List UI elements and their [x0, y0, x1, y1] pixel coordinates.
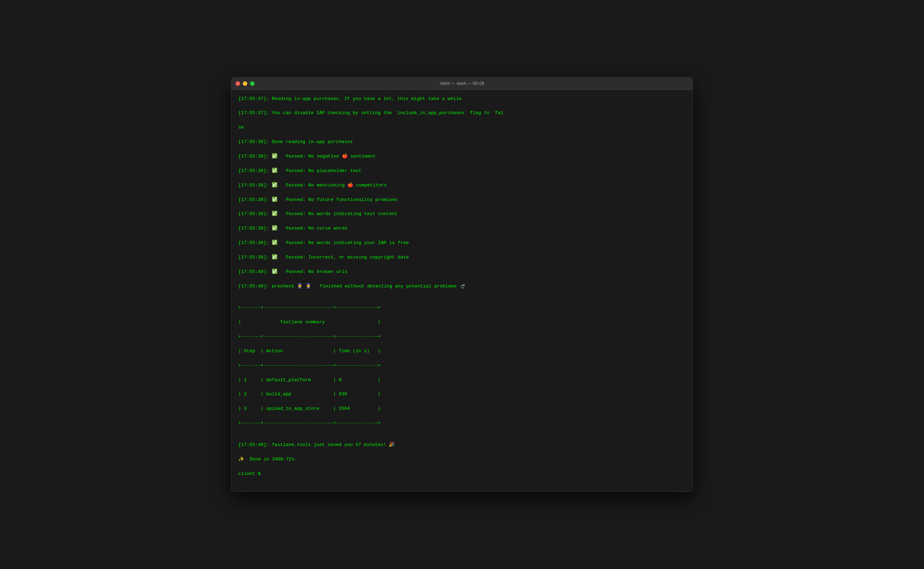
- terminal-line: +-------+-------------------------+-----…: [238, 333, 686, 341]
- terminal-line: | 2 | build_app | 838 |: [238, 391, 686, 398]
- terminal-line: | fastlane summary |: [238, 319, 686, 326]
- terminal-line: client $: [238, 470, 686, 478]
- terminal-line: | 1 | default_platform | 0 |: [238, 377, 686, 384]
- minimize-button[interactable]: [243, 81, 247, 86]
- terminal-line: [17:55:40]: ✅ Passed: No broken urls: [238, 268, 686, 276]
- terminal-line: [17:55:38]: ✅ Passed: No future function…: [238, 196, 686, 204]
- terminal-line: [17:55:38]: ✅ Passed: No mentioning 🍎 co…: [238, 182, 686, 189]
- titlebar: client — -bash — 95×28: [231, 78, 693, 90]
- traffic-lights: [235, 81, 255, 86]
- terminal-line: [17:55:38]: ✅ Passed: No curse words: [238, 225, 686, 232]
- terminal-line: [17:55:38]: ✅ Passed: No negative 🍎 sent…: [238, 153, 686, 160]
- close-button[interactable]: [235, 81, 240, 86]
- terminal-line: [17:55:38]: ✅ Passed: No words indicatin…: [238, 211, 686, 218]
- terminal-window: client — -bash — 95×28 [17:55:37]: Readi…: [231, 77, 693, 492]
- terminal-line: | Step | Action | Time (in s) |: [238, 348, 686, 355]
- window-title: client — -bash — 95×28: [440, 81, 484, 86]
- terminal-line: se`: [238, 124, 686, 131]
- terminal-line: [17:55:38]: ✅ Passed: Incorrect, or miss…: [238, 254, 686, 261]
- terminal-line: [17:55:40]: precheck 👮 👮 finished withou…: [238, 283, 686, 290]
- terminal-line: [17:55:38]: ✅ Passed: No words indicatin…: [238, 239, 686, 247]
- terminal-line: [17:55:40]: fastlane.tools just saved yo…: [238, 441, 686, 449]
- terminal-line: ✨ Done in 3408.72s.: [238, 456, 686, 463]
- terminal-line: +-------+-------------------------+-----…: [238, 362, 686, 370]
- terminal-line: | 3 | upload_to_app_store | 2564 |: [238, 405, 686, 412]
- terminal-line: [17:55:37]: You can disable IAP checking…: [238, 110, 686, 117]
- terminal-line: [17:55:38]: Done reading in-app purchase…: [238, 138, 686, 146]
- maximize-button[interactable]: [250, 81, 255, 86]
- terminal-line: +-------+-------------------------+-----…: [238, 420, 686, 427]
- terminal-line: +-------+-------------------------+-----…: [238, 304, 686, 312]
- terminal-line: [17:55:37]: Reading in-app purchases. If…: [238, 96, 686, 103]
- terminal-line: [17:55:38]: ✅ Passed: No placeholder tex…: [238, 167, 686, 175]
- terminal-output[interactable]: [17:55:37]: Reading in-app purchases. If…: [231, 90, 693, 492]
